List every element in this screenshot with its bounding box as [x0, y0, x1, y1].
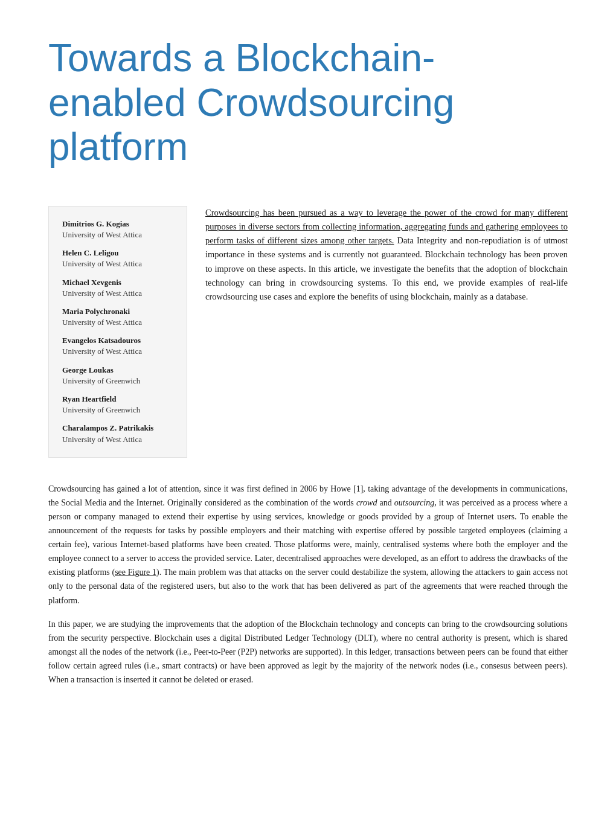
author-name: Maria Polychronaki — [62, 306, 173, 317]
body-paragraph-2: In this paper, we are studying the impro… — [48, 617, 568, 687]
author-entry: Ryan Heartfield University of Greenwich — [62, 394, 173, 415]
title-section: Towards a Blockchain- enabled Crowdsourc… — [48, 36, 568, 170]
author-entry: Evangelos Katsadouros University of West… — [62, 335, 173, 357]
author-name: Ryan Heartfield — [62, 394, 173, 405]
author-name: Michael Xevgenis — [62, 277, 173, 288]
author-affiliation: University of West Attica — [62, 346, 173, 357]
author-name: Evangelos Katsadouros — [62, 335, 173, 346]
title-line2: enabled Crowdsourcing — [48, 81, 454, 124]
author-name: Dimitrios G. Kogias — [62, 219, 173, 229]
author-entry: Helen C. Leligou University of West Atti… — [62, 248, 173, 269]
author-name: Helen C. Leligou — [62, 248, 173, 258]
author-name: George Loukas — [62, 365, 173, 376]
body-paragraph-1: Crowdsourcing has gained a lot of attent… — [48, 482, 568, 608]
authors-abstract-section: Dimitrios G. Kogias University of West A… — [48, 206, 568, 458]
italic-outsourcing: outsourcing — [394, 498, 434, 507]
author-entry: Charalampos Z. Patrikakis University of … — [62, 423, 173, 444]
author-entry: Dimitrios G. Kogias University of West A… — [62, 219, 173, 240]
author-affiliation: University of West Attica — [62, 258, 173, 269]
title-line1: Towards a Blockchain- — [48, 36, 435, 80]
author-affiliation: University of Greenwich — [62, 405, 173, 415]
see-figure-1-link[interactable]: see Figure 1 — [115, 568, 156, 577]
page: Towards a Blockchain- enabled Crowdsourc… — [0, 0, 616, 840]
abstract-remaining-text: Data Integrity and non-repudiation is of… — [205, 236, 568, 301]
author-entry: Michael Xevgenis University of West Atti… — [62, 277, 173, 299]
author-name: Charalampos Z. Patrikakis — [62, 423, 173, 434]
author-affiliation: University of West Attica — [62, 317, 173, 328]
author-affiliation: University of West Attica — [62, 434, 173, 445]
abstract-box: Crowdsourcing has been pursued as a way … — [205, 206, 568, 458]
main-title: Towards a Blockchain- enabled Crowdsourc… — [48, 36, 568, 170]
author-entry: Maria Polychronaki University of West At… — [62, 306, 173, 328]
title-line3: platform — [48, 125, 188, 168]
italic-crowd: crowd — [356, 498, 377, 507]
authors-box: Dimitrios G. Kogias University of West A… — [48, 206, 187, 458]
author-affiliation: University of Greenwich — [62, 376, 173, 386]
author-entry: George Loukas University of Greenwich — [62, 365, 173, 386]
author-affiliation: University of West Attica — [62, 288, 173, 299]
author-affiliation: University of West Attica — [62, 229, 173, 240]
